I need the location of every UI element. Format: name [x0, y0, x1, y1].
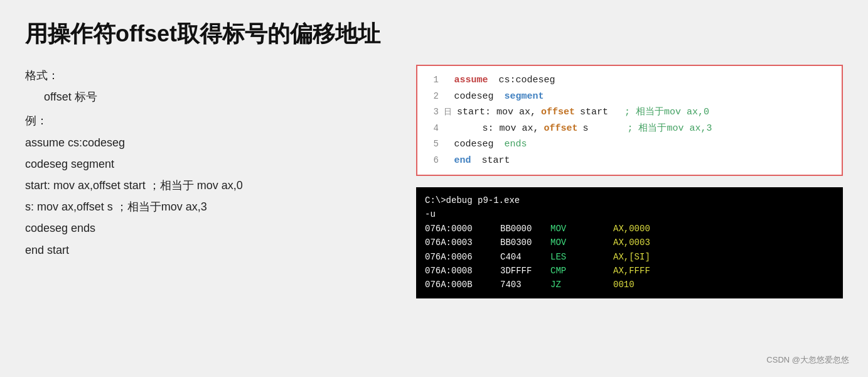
terminal-row-4: 076A:000B 7403 JZ 0010 [425, 278, 834, 292]
terminal-row-0: 076A:0000 BB0000 MOV AX,0000 [425, 222, 834, 236]
code-panel-line-4: 4 s: mov ax,offset s ; 相当于mov ax,3 [427, 121, 832, 137]
code-line-2: codeseg segment [25, 153, 391, 175]
terminal-row-3: 076A:0008 3DFFFF CMP AX,FFFF [425, 264, 834, 278]
code-panel-line-1: 1 assume cs:codeseg [427, 72, 832, 89]
code-panel-line-3: 3 日 start: mov ax,offset start ; 相当于mov … [427, 104, 832, 121]
code-line-1: assume cs:codeseg [25, 132, 391, 153]
code-panel-line-5: 5 codeseg ends [427, 136, 832, 153]
code-line-3: start: mov ax,offset start ；相当于 mov ax,0 [25, 175, 391, 196]
page-title: 用操作符offset取得标号的偏移地址 [25, 19, 843, 50]
terminal-header-1: C:\>debug p9-1.exe [425, 194, 834, 207]
terminal-header-2: -u [425, 207, 834, 221]
code-panel-line-2: 2 codeseg segment [427, 89, 832, 105]
terminal-row-2: 076A:0006 C404 LES AX,[SI] [425, 250, 834, 264]
code-panel-line-6: 6 end start [427, 153, 832, 169]
terminal-row-1: 076A:0003 BB0300 MOV AX,0003 [425, 236, 834, 249]
code-line-4: s: mov ax,offset s ；相当于mov ax,3 [25, 196, 391, 217]
watermark: CSDN @大忽悠爱忽悠 [766, 354, 849, 366]
format-value: offset 标号 [25, 86, 391, 107]
right-panel: 1 assume cs:codeseg 2 codeseg segment 3 … [416, 65, 843, 298]
terminal-panel: C:\>debug p9-1.exe -u 076A:0000 BB0000 M… [416, 187, 843, 298]
left-panel: 格式： offset 标号 例： assume cs:codeseg codes… [25, 65, 391, 298]
code-line-5: codeseg ends [25, 217, 391, 239]
format-label: 格式： [25, 65, 391, 86]
code-line-6: end start [25, 239, 391, 261]
code-panel: 1 assume cs:codeseg 2 codeseg segment 3 … [416, 65, 843, 176]
example-label: 例： [25, 110, 391, 131]
